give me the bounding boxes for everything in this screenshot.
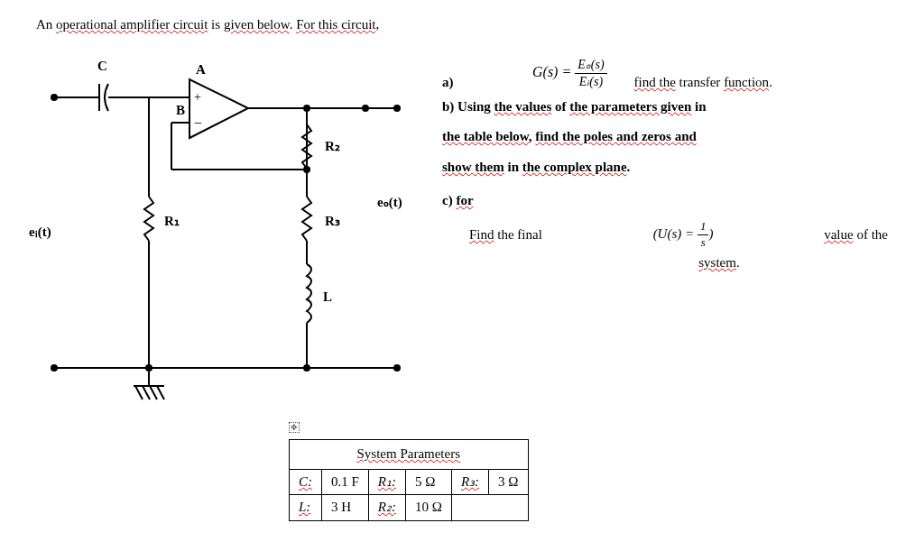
cell-l-val: 3 H bbox=[322, 495, 369, 521]
cell-empty bbox=[451, 495, 528, 521]
qb-line2: the table below, find the poles and zero… bbox=[442, 128, 888, 146]
label-ei: eᵢ(t) bbox=[29, 224, 51, 242]
qc-find: Find bbox=[469, 227, 494, 242]
move-handle-icon[interactable]: ✥ bbox=[289, 422, 300, 433]
ueq-num: 1 bbox=[698, 219, 709, 235]
ueq-den: s bbox=[698, 235, 709, 251]
eq-num: Eₒ(s) bbox=[575, 57, 606, 74]
qb3-3: the complex plane bbox=[522, 160, 627, 174]
qb-line3: show them in the complex plane. bbox=[442, 159, 888, 177]
qa-t1: find the bbox=[634, 75, 676, 89]
ueq-l: (U(s) = bbox=[653, 226, 698, 241]
qb3-1: show them bbox=[442, 160, 504, 174]
qb-prefix: b) bbox=[442, 99, 457, 114]
qc-prefix: c) bbox=[442, 193, 456, 207]
eq-lhs: G(s) = bbox=[532, 64, 575, 79]
qc-ofthe: of the bbox=[854, 227, 888, 242]
qb-t4: the parameters given bbox=[569, 99, 691, 114]
cell-r1-val: 5 Ω bbox=[406, 469, 452, 495]
qb3-2: in bbox=[504, 160, 522, 174]
qc-system: system bbox=[698, 255, 736, 270]
qa-prefix: a) bbox=[442, 74, 478, 92]
cell-r3-lbl: R₃: bbox=[461, 474, 479, 489]
circuit-diagram: + − bbox=[36, 52, 415, 395]
qc-for: for bbox=[456, 193, 473, 207]
label-c: C bbox=[97, 58, 107, 76]
label-r2: R₂ bbox=[325, 138, 340, 156]
qb2-1: the table below bbox=[442, 129, 529, 143]
qa-text: find the transfer function. bbox=[634, 74, 772, 92]
label-l: L bbox=[323, 289, 332, 307]
intro-text: An operational amplifier circuit is give… bbox=[36, 16, 888, 34]
qb-t3: of bbox=[551, 99, 569, 114]
svg-text:−: − bbox=[194, 115, 202, 131]
cell-r2-val: 10 Ω bbox=[406, 495, 452, 521]
qb-line1: b) Using the values of the parameters gi… bbox=[442, 98, 888, 116]
transfer-eq: G(s) = Eₒ(s) Eᵢ(s) bbox=[478, 57, 607, 90]
label-eo: eₒ(t) bbox=[377, 194, 402, 212]
table-title-cell: System Parameters bbox=[290, 440, 529, 470]
eq-den: Eᵢ(s) bbox=[575, 74, 606, 90]
cell-r1-lbl: R₁: bbox=[378, 474, 396, 489]
svg-point-28 bbox=[51, 365, 57, 371]
intro-t2: operational amplifier circuit bbox=[56, 17, 208, 32]
svg-point-32 bbox=[394, 106, 400, 111]
qb2-3: find the poles and zeros and bbox=[535, 129, 697, 143]
qa-t2: transfer bbox=[676, 75, 724, 89]
qa-t3d: . bbox=[769, 75, 772, 89]
cell-l-lbl: L: bbox=[299, 500, 310, 514]
parameter-table-area: ✥ System Parameters C: 0.1 F R₁: 5 Ω R₃:… bbox=[289, 422, 888, 521]
qb3-4: . bbox=[627, 160, 631, 174]
qa-t3: function bbox=[724, 75, 769, 89]
svg-text:+: + bbox=[194, 90, 201, 104]
intro-t4: given below bbox=[224, 17, 290, 32]
cell-r3-val: 3 Ω bbox=[489, 469, 528, 495]
qc-dot: . bbox=[736, 255, 740, 270]
intro-t3: is bbox=[208, 17, 224, 32]
cell-r2-lbl: R₂: bbox=[378, 500, 396, 514]
qc-value: value bbox=[824, 227, 853, 242]
cell-c-lbl: C: bbox=[299, 474, 312, 489]
svg-point-24 bbox=[304, 365, 310, 371]
label-a: A bbox=[196, 61, 206, 79]
intro-t6: For this circuit bbox=[296, 17, 375, 32]
question-block: a) G(s) = Eₒ(s) Eᵢ(s) find the transfer … bbox=[442, 52, 888, 395]
intro-t7: , bbox=[375, 17, 379, 32]
parameter-table: System Parameters C: 0.1 F R₁: 5 Ω R₃: 3… bbox=[289, 439, 529, 521]
qc-line3: system. bbox=[442, 254, 888, 272]
intro-t1: An bbox=[36, 17, 56, 32]
label-r1: R₁ bbox=[164, 213, 180, 231]
qb-t5: in bbox=[691, 99, 706, 114]
qb-t2: the values bbox=[494, 99, 552, 114]
qc-line2: Find the final (U(s) = 1 s ) value of th… bbox=[442, 219, 888, 251]
qc-line1: c) for bbox=[442, 192, 888, 210]
svg-point-1 bbox=[51, 95, 57, 100]
qc-thefinal: the final bbox=[494, 227, 542, 242]
svg-point-30 bbox=[394, 365, 400, 371]
label-r3: R₃ bbox=[325, 213, 340, 231]
ueq-r: ) bbox=[708, 226, 713, 241]
table-title: System Parameters bbox=[356, 446, 460, 461]
qb-t1: Using bbox=[457, 99, 494, 114]
label-b: B bbox=[176, 102, 185, 120]
cell-c-val: 0.1 F bbox=[322, 469, 369, 495]
u-eq: (U(s) = 1 s ) bbox=[542, 219, 824, 251]
svg-point-17 bbox=[304, 106, 310, 111]
